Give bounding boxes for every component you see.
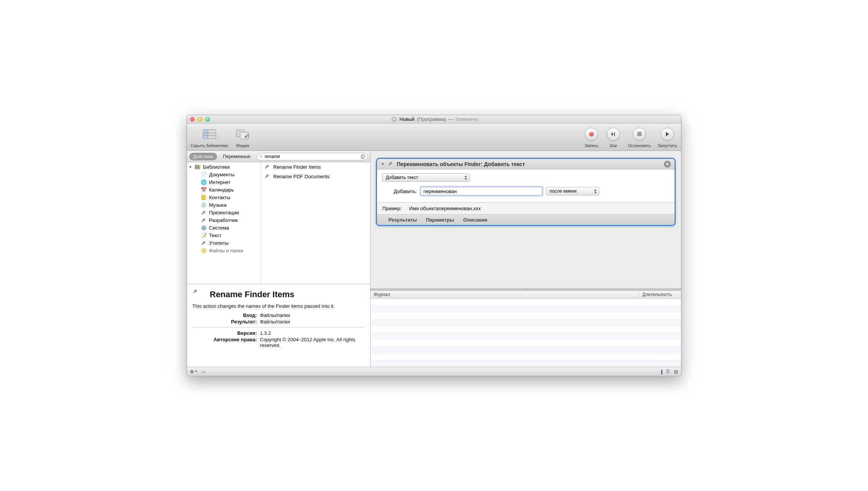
library-item[interactable]: Разработчик	[187, 216, 261, 224]
internet-icon: 🌐	[201, 179, 207, 185]
library-icon	[195, 164, 201, 170]
library-item[interactable]: 📝Текст	[187, 231, 261, 239]
gear-icon: ✿	[190, 369, 194, 374]
result-item[interactable]: Rename Finder Items	[261, 162, 370, 172]
tools-icon	[264, 163, 270, 171]
remove-action-button[interactable]: ✕	[664, 161, 671, 168]
tools-icon	[388, 160, 394, 168]
action-card-title: Переименовать объекты Finder: Добавить т…	[397, 161, 525, 167]
workflow-panel: ▼ Переименовать объекты Finder: Добавить…	[371, 151, 681, 367]
workflow-canvas[interactable]: ▼ Переименовать объекты Finder: Добавить…	[371, 151, 681, 288]
tab-description[interactable]: Описание	[463, 217, 488, 223]
desc-title: Rename Finder Items	[210, 290, 295, 299]
library-root[interactable]: ▼ Библиотеки	[187, 163, 261, 171]
log-col-duration[interactable]: Длительность	[639, 291, 681, 298]
stop-button[interactable]: Остановить	[628, 127, 651, 148]
system-icon: ⚙️	[201, 225, 207, 231]
tools-icon	[264, 173, 270, 180]
desc-summary: This action changes the names of the Fin…	[192, 303, 365, 309]
action-results: Rename Finder Items Rename PDF Documents	[261, 162, 370, 284]
list-view-button[interactable]: ☰	[666, 369, 670, 374]
toggle-description-button[interactable]: ▭	[201, 369, 206, 374]
action-card-body: Добавить текст ▲▼ Добавить: после имени …	[377, 169, 675, 202]
tools-icon	[201, 209, 207, 215]
gear-menu-button[interactable]: ✿▼	[190, 369, 198, 374]
step-button[interactable]: Шаг	[606, 127, 621, 148]
stop-icon	[637, 132, 641, 136]
tools-icon	[201, 217, 207, 223]
log-rows	[371, 299, 681, 367]
library-item[interactable]: Утилиты	[187, 239, 261, 247]
automator-app-icon	[391, 116, 397, 122]
run-button[interactable]: Запустить	[657, 127, 677, 148]
tab-actions[interactable]: Действия	[189, 153, 217, 160]
tab-results[interactable]: Результаты	[388, 217, 417, 223]
svg-point-3	[394, 119, 395, 119]
svg-rect-5	[203, 130, 208, 138]
tab-parameters[interactable]: Параметры	[426, 217, 454, 223]
hide-library-button[interactable]: Скрыть библиотеку	[191, 127, 228, 148]
log-view-button[interactable]: ▤	[674, 369, 678, 374]
action-card: ▼ Переименовать объекты Finder: Добавить…	[376, 158, 676, 226]
library-item[interactable]: 🙂Файлы и папки	[187, 247, 261, 254]
close-window-button[interactable]	[190, 117, 195, 122]
step-icon	[610, 131, 616, 137]
content: Действия Переменные ✕ ▼ Библиотеки 📄Доку…	[187, 151, 681, 367]
add-text-input[interactable]	[421, 187, 542, 195]
svg-point-2	[393, 119, 394, 119]
library-item[interactable]: 🌐Интернет	[187, 178, 261, 186]
text-icon: 📝	[201, 232, 207, 238]
svg-rect-10	[240, 132, 249, 139]
search-input[interactable]	[265, 154, 359, 159]
library-item[interactable]: 💿Музыка	[187, 201, 261, 209]
svg-point-13	[260, 155, 262, 157]
svg-rect-15	[195, 165, 196, 169]
action-card-header[interactable]: ▼ Переименовать объекты Finder: Добавить…	[377, 159, 675, 169]
library-item[interactable]: ⚙️Система	[187, 224, 261, 231]
disclosure-triangle-icon[interactable]: ▼	[188, 165, 192, 169]
tools-icon	[192, 288, 205, 301]
window: Новый (Программа) — Изменено Скрыть библ…	[187, 115, 681, 376]
log-panel: Журнал Длительность	[371, 291, 681, 367]
media-button[interactable]: Медиа	[235, 127, 250, 148]
action-card-tabs: Результаты Параметры Описание	[377, 214, 675, 225]
svg-point-11	[245, 136, 247, 138]
log-col-journal[interactable]: Журнал	[371, 291, 639, 298]
record-button[interactable]: Запись	[584, 127, 599, 148]
svg-rect-17	[198, 165, 199, 169]
titlebar: Новый (Программа) — Изменено	[187, 115, 681, 124]
svg-rect-12	[614, 132, 615, 136]
library-item[interactable]: 📅Календарь	[187, 186, 261, 193]
document-modified: Изменено	[456, 116, 478, 122]
position-select[interactable]: после имени ▲▼	[546, 187, 599, 195]
result-item[interactable]: Rename PDF Documents	[261, 172, 370, 181]
record-icon	[589, 132, 594, 136]
tab-variables[interactable]: Переменные	[219, 153, 254, 160]
library-item[interactable]: 📒Контакты	[187, 193, 261, 201]
contacts-icon: 📒	[201, 194, 207, 200]
minimize-window-button[interactable]	[198, 117, 202, 122]
log-header: Журнал Длительность	[371, 291, 681, 299]
play-icon	[664, 131, 670, 137]
columns-icon[interactable]: |||	[661, 369, 662, 374]
example-row: Пример: Имя объектапереименован.xxx	[377, 202, 675, 214]
library-tree[interactable]: ▼ Библиотеки 📄Документы 🌐Интернет 📅Кален…	[187, 162, 261, 284]
search-icon	[259, 154, 263, 159]
clear-search-button[interactable]: ✕	[361, 154, 365, 159]
svg-rect-16	[196, 165, 198, 169]
library-item[interactable]: 📄Документы	[187, 171, 261, 178]
disclosure-triangle-icon[interactable]: ▼	[381, 162, 385, 166]
zoom-window-button[interactable]	[205, 117, 210, 122]
music-icon: 💿	[201, 202, 207, 208]
calendar-icon: 📅	[201, 187, 207, 193]
svg-rect-18	[199, 165, 201, 169]
window-controls	[190, 117, 210, 122]
example-value: Имя объектапереименован.xxx	[409, 206, 481, 211]
rename-mode-select[interactable]: Добавить текст ▲▼	[382, 173, 470, 182]
description-panel: Rename Finder Items This action changes …	[187, 284, 370, 367]
add-label: Добавить:	[394, 188, 417, 194]
search-field[interactable]: ✕	[257, 153, 368, 160]
document-name: Новый	[399, 116, 415, 122]
library-item[interactable]: Презентации	[187, 209, 261, 216]
window-title: Новый (Программа) — Изменено	[210, 116, 660, 122]
